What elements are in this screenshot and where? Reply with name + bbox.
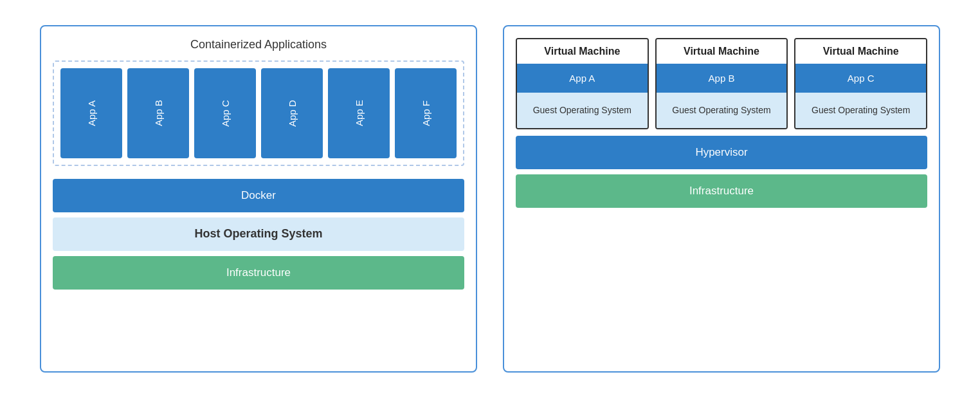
apps-row: App AApp BApp CApp DApp EApp F: [60, 68, 457, 158]
app-block: App B: [127, 68, 189, 158]
app-block: App E: [328, 68, 390, 158]
vm-guest-os: Guest Operating System: [517, 93, 648, 129]
vm-app: App C: [795, 64, 926, 93]
hypervisor-bar: Hypervisor: [516, 136, 927, 169]
vm-box: Virtual MachineApp CGuest Operating Syst…: [794, 38, 927, 130]
left-infra-bar: Infrastructure: [53, 256, 464, 290]
app-block: App D: [261, 68, 323, 158]
diagrams-wrapper: Containerized Applications App AApp BApp…: [0, 0, 980, 397]
vm-guest-os: Guest Operating System: [657, 93, 787, 129]
host-os-bar: Host Operating System: [53, 217, 464, 251]
vm-box: Virtual MachineApp BGuest Operating Syst…: [655, 38, 788, 130]
vm-title: Virtual Machine: [517, 39, 648, 64]
app-block: App C: [194, 68, 256, 158]
docker-bar: Docker: [53, 179, 464, 212]
left-diagram-title: Containerized Applications: [53, 38, 464, 51]
app-block: App A: [60, 68, 122, 158]
vm-title: Virtual Machine: [657, 39, 787, 64]
vm-guest-os: Guest Operating System: [795, 93, 926, 129]
vm-app: App A: [517, 64, 648, 93]
container-bracket: App AApp BApp CApp DApp EApp F: [53, 60, 464, 166]
right-diagram: Virtual MachineApp AGuest Operating Syst…: [503, 25, 940, 373]
left-diagram: Containerized Applications App AApp BApp…: [40, 25, 477, 373]
right-infra-bar: Infrastructure: [516, 174, 927, 208]
app-block: App F: [395, 68, 457, 158]
vm-title: Virtual Machine: [795, 39, 926, 64]
vms-row: Virtual MachineApp AGuest Operating Syst…: [516, 38, 927, 130]
vm-app: App B: [657, 64, 787, 93]
vm-box: Virtual MachineApp AGuest Operating Syst…: [516, 38, 649, 130]
